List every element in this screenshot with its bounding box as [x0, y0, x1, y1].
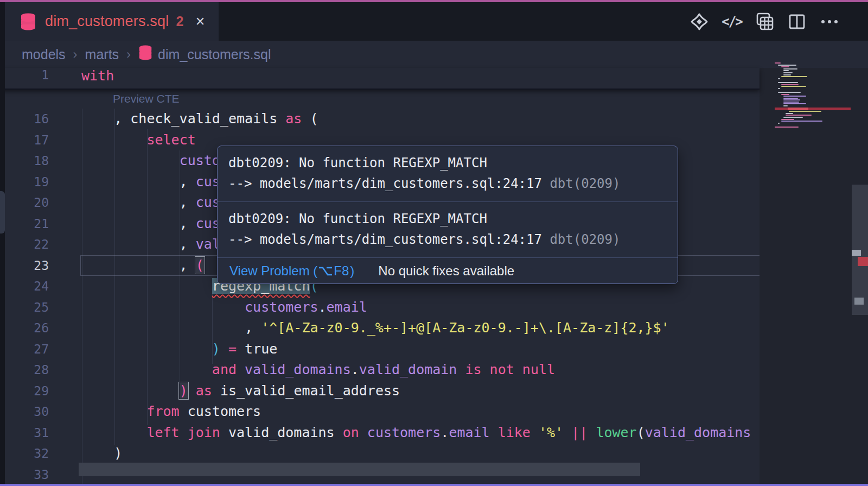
overview-ruler-error-mark	[858, 257, 868, 266]
code-token	[81, 278, 212, 294]
minimap[interactable]	[775, 62, 851, 129]
code-token: ,	[81, 320, 261, 336]
code-token: on	[343, 425, 359, 440]
window-bottom-accent	[0, 484, 868, 486]
code-token: as	[285, 111, 302, 127]
minimap-line	[781, 66, 789, 67]
line-number: 21	[0, 213, 49, 235]
code-line-27[interactable]: 27 ) = true	[0, 339, 760, 360]
code-token: email	[449, 425, 489, 440]
breadcrumb-item-marts[interactable]: marts	[85, 47, 119, 62]
line-number: 24	[0, 276, 49, 297]
code-line-25[interactable]: 25 customers.email	[0, 297, 760, 318]
problem-location: --> models/marts/dim_customers.sql:24:17…	[228, 229, 667, 250]
minimap-line	[789, 111, 821, 112]
code-line-16[interactable]: 16 , check_valid_emails as (	[0, 109, 760, 130]
code-token	[457, 362, 465, 377]
more-actions-icon[interactable]	[819, 11, 840, 32]
line-number: 23	[0, 255, 49, 276]
line-text: )	[81, 443, 122, 464]
code-token	[335, 425, 343, 440]
code-token	[220, 341, 228, 357]
codelens-preview-cte[interactable]: Preview CTE	[113, 92, 180, 105]
minimap-line	[781, 121, 822, 122]
editor-pane[interactable]: Preview CTE 16 , check_valid_emails as (…	[0, 68, 868, 484]
minimap-blank	[775, 90, 851, 91]
minimap-line	[786, 115, 812, 116]
close-icon[interactable]: ×	[195, 14, 205, 29]
minimap-line	[781, 94, 789, 95]
code-token: valid_domains	[245, 362, 351, 377]
code-token	[180, 403, 188, 419]
line-number: 26	[0, 318, 49, 339]
code-token: customers	[188, 403, 261, 419]
minimap-line	[781, 86, 806, 87]
code-token: )	[81, 445, 122, 461]
line-number: 16	[0, 109, 49, 130]
view-problem-link[interactable]: View Problem ( F8 )	[229, 263, 354, 279]
line-number: 18	[0, 150, 49, 172]
problem-source: dbt(0209)	[542, 232, 621, 247]
code-token: ,	[81, 236, 196, 252]
code-token: (	[637, 425, 645, 440]
problem-entry: dbt0209: No function REGEXP_MATCH --> mo…	[218, 146, 678, 201]
rail-handle[interactable]	[0, 191, 5, 233]
minimap-line	[778, 65, 796, 66]
line-number: 17	[0, 130, 49, 151]
problem-path: --> models/marts/dim_customers.sql:24:17	[228, 176, 542, 191]
code-token	[359, 425, 367, 440]
code-token: (	[302, 111, 318, 127]
code-token: from	[146, 403, 179, 419]
minimap-line	[778, 82, 798, 83]
tab-dim-customers[interactable]: dim_customers.sql 2 ×	[5, 2, 219, 41]
sticky-line-code: with	[81, 68, 114, 89]
code-token: valid_domains	[228, 425, 335, 440]
line-number: 29	[0, 381, 49, 402]
code-token: '%'	[539, 425, 563, 440]
line-number: 27	[0, 339, 49, 360]
problem-message: dbt0209: No function REGEXP_MATCH	[228, 153, 667, 173]
code-line-30[interactable]: 30 from customers	[0, 401, 760, 422]
preview-table-icon[interactable]	[754, 11, 775, 32]
line-number: 25	[0, 297, 49, 318]
minimap-line	[783, 117, 803, 118]
horizontal-scrollbar[interactable]	[79, 463, 640, 476]
dbt-icon[interactable]	[689, 11, 710, 32]
minimap-line	[778, 78, 780, 79]
line-text: , check_valid_emails as (	[81, 109, 318, 130]
minimap-line	[775, 127, 799, 128]
breadcrumb-item-dim_customers-sql[interactable]: dim_customers.sql	[138, 45, 271, 64]
sticky-scroll-line[interactable]: 1 with	[0, 68, 760, 90]
minimap-line	[781, 84, 799, 85]
code-token	[212, 383, 220, 399]
split-editor-icon[interactable]	[787, 11, 807, 32]
code-token: valid_domains	[645, 425, 751, 440]
line-number: 30	[0, 401, 49, 422]
line-text: customers.email	[81, 297, 367, 318]
minimap-line	[783, 74, 791, 75]
line-number: 32	[0, 443, 49, 464]
breadcrumb-label: models	[22, 47, 66, 62]
line-number: 20	[0, 192, 49, 213]
problem-source: dbt(0209)	[542, 176, 621, 191]
code-icon[interactable]: </>	[722, 11, 742, 32]
code-token: =	[228, 341, 237, 357]
problem-path: --> models/marts/dim_customers.sql:24:17	[228, 232, 542, 247]
code-token: is_valid_email_address	[220, 383, 400, 399]
code-token	[81, 341, 212, 357]
code-line-28[interactable]: 28 and valid_domains.valid_domain is not…	[0, 359, 760, 381]
code-line-29[interactable]: 29 ) as is_valid_email_address	[0, 381, 760, 402]
code-token	[220, 425, 228, 440]
minimap-line	[781, 76, 807, 77]
code-token	[237, 362, 245, 377]
code-line-32[interactable]: 32 )	[0, 443, 760, 464]
code-token	[81, 362, 212, 377]
database-icon	[138, 45, 152, 64]
code-token: customers	[367, 425, 441, 440]
code-line-31[interactable]: 31 left join valid_domains on customers.…	[0, 422, 760, 444]
problems-hover-tooltip: dbt0209: No function REGEXP_MATCH --> mo…	[217, 146, 678, 284]
code-token	[81, 299, 245, 315]
code-line-26[interactable]: 26 , '^[A-Za-z0-9._%+-]+@[A-Za-z0-9.-]+\…	[0, 318, 760, 339]
overview-ruler-mark	[852, 250, 861, 256]
breadcrumb-item-models[interactable]: models	[22, 47, 66, 62]
